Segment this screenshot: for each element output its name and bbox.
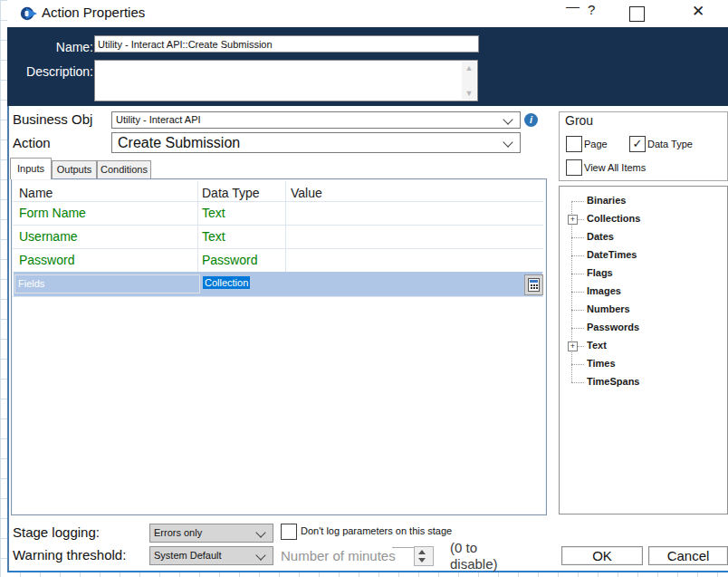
description-scrollbar[interactable]: ▲ ▼	[462, 62, 476, 100]
group-by-panel: Grou Page ✓ Data Type View All Items	[559, 111, 728, 181]
warning-threshold-value: System Default	[154, 550, 222, 561]
table-row[interactable]: Password Password	[12, 248, 542, 272]
close-icon[interactable]: ✕	[692, 2, 704, 21]
expand-icon[interactable]: +	[568, 215, 578, 225]
description-textarea[interactable]: ▲ ▼	[94, 60, 478, 101]
tab-conditions[interactable]: Conditions	[97, 160, 151, 179]
name-label: Name:	[7, 40, 93, 54]
stage-logging-value: Errors only	[154, 527, 202, 538]
view-all-items-label: View All Items	[584, 162, 646, 173]
dont-log-label: Don't log parameters on this stage	[301, 525, 452, 536]
data-type-checkbox-label: Data Type	[647, 139, 693, 149]
param-name: Password	[19, 253, 74, 267]
param-data-type-selected[interactable]: Collection	[203, 276, 250, 289]
param-name: Form Name	[19, 206, 86, 220]
param-name-editor[interactable]: Fields	[14, 274, 200, 293]
column-header-data-type[interactable]: Data Type	[202, 183, 260, 200]
spinner-up-icon[interactable]	[418, 550, 426, 554]
dont-log-checkbox[interactable]	[281, 524, 297, 540]
business-object-value: Utility - Interact API	[116, 114, 201, 125]
param-data-type: Password	[202, 253, 257, 267]
window-title: Action Properties	[42, 5, 145, 20]
cancel-button[interactable]: Cancel	[648, 546, 728, 565]
param-data-type: Text	[202, 229, 225, 244]
calculator-icon	[528, 278, 540, 292]
blueprism-icon	[20, 5, 38, 23]
tree-item-times[interactable]: Times	[560, 355, 723, 373]
process-studio-background: Action Properties — ? ✕ Name: Descriptio…	[0, 0, 728, 577]
tree-item-flags[interactable]: Flags	[560, 264, 723, 283]
business-object-combobox[interactable]: Utility - Interact API	[111, 111, 521, 129]
number-of-minutes-label: Number of minutes	[281, 548, 396, 563]
tree-item-datetimes[interactable]: DateTimes	[560, 246, 723, 264]
tab-outputs[interactable]: Outputs	[52, 160, 97, 179]
tree-item-binaries[interactable]: Binaries	[560, 192, 723, 210]
group-panel-title: Grou	[565, 113, 593, 128]
tab-inputs[interactable]: Inputs	[10, 158, 52, 179]
minutes-spinner[interactable]	[414, 546, 434, 566]
minimize-icon[interactable]: —	[566, 0, 580, 14]
stage-logging-label: Stage logging:	[13, 524, 100, 540]
spinner-down-icon[interactable]	[418, 558, 426, 563]
tree-item-text[interactable]: + Text	[560, 337, 723, 355]
scroll-down-icon[interactable]: ▼	[462, 87, 476, 100]
tree-item-passwords[interactable]: Passwords	[560, 319, 723, 337]
help-icon[interactable]: ?	[588, 2, 595, 17]
description-label: Description:	[7, 64, 93, 79]
chevron-down-icon	[255, 550, 265, 560]
page-checkbox-label: Page	[584, 139, 608, 149]
maximize-icon[interactable]	[629, 6, 645, 22]
table-row[interactable]: Form Name Text	[12, 201, 542, 225]
scroll-up-icon[interactable]: ▲	[462, 62, 476, 74]
column-header-value[interactable]: Value	[291, 183, 322, 200]
action-combobox[interactable]: Create Submission	[111, 132, 521, 153]
ok-button[interactable]: OK	[561, 546, 643, 565]
param-name: Username	[19, 229, 78, 244]
param-data-type: Text	[202, 206, 225, 220]
warning-threshold-label: Warning threshold:	[13, 547, 126, 563]
check-icon: ✓	[633, 137, 643, 150]
tree-item-numbers[interactable]: Numbers	[560, 301, 723, 319]
column-header-name[interactable]: Name	[19, 183, 53, 200]
expression-builder-button[interactable]	[524, 274, 543, 295]
name-input[interactable]	[94, 35, 479, 53]
expand-icon[interactable]: +	[568, 341, 578, 351]
inputs-parameter-table: Name Data Type Value Form Name Text User…	[11, 178, 547, 515]
data-type-tree: Binaries + Collections Dates DateTimes F…	[559, 186, 728, 514]
page-checkbox[interactable]	[566, 136, 582, 152]
tree-item-dates[interactable]: Dates	[560, 228, 723, 246]
chevron-down-icon	[255, 527, 265, 537]
disable-hint: (0 to disable)	[450, 540, 503, 572]
table-row[interactable]: Username Text	[12, 225, 542, 248]
business-object-label: Business Obj	[13, 111, 92, 127]
minutes-input[interactable]	[392, 547, 414, 564]
view-all-items-checkbox[interactable]	[566, 159, 582, 176]
action-label: Action	[13, 135, 51, 150]
tree-item-collections[interactable]: + Collections	[560, 210, 723, 228]
table-row-selected[interactable]: Fields Collection	[14, 272, 542, 296]
title-bar: Action Properties — ? ✕	[7, 0, 728, 27]
chevron-down-icon	[503, 137, 512, 147]
stage-logging-combobox[interactable]: Errors only	[149, 524, 273, 543]
data-type-checkbox[interactable]: ✓	[629, 136, 646, 152]
row-divider	[13, 296, 543, 297]
info-icon[interactable]: i	[524, 113, 538, 127]
tree-item-images[interactable]: Images	[560, 283, 723, 301]
tree-item-timespans[interactable]: TimeSpans	[560, 373, 723, 391]
chevron-down-icon	[503, 114, 512, 124]
action-value: Create Submission	[118, 135, 240, 151]
warning-threshold-combobox[interactable]: System Default	[149, 546, 273, 565]
